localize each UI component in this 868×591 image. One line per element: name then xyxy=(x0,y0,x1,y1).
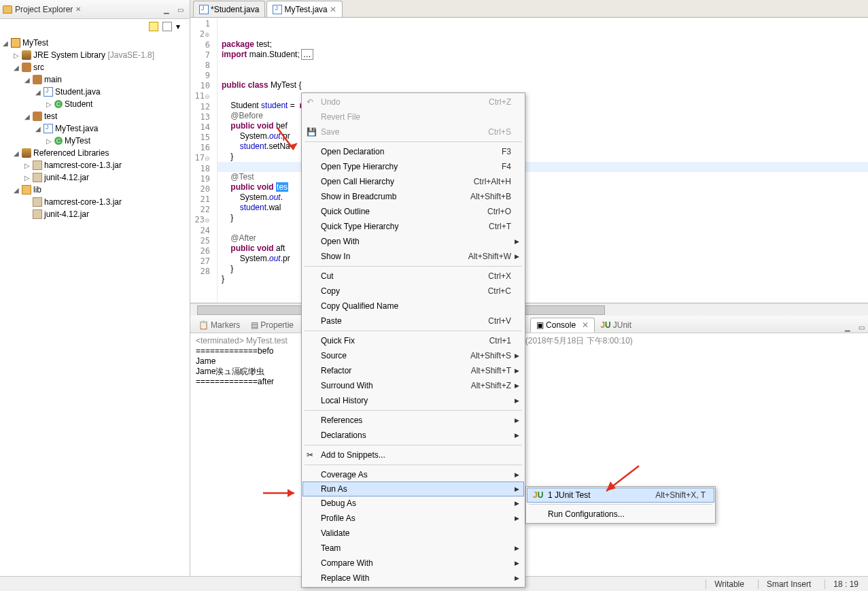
menu-open-declaration[interactable]: Open DeclarationF3 xyxy=(303,144,523,159)
project-explorer-view: Project Explorer ✕ ▁ ▭ ▾ ◢MyTest ▷JRE Sy… xyxy=(0,0,190,591)
submenu-junit-test[interactable]: JU 1 JUnit TestAlt+Shift+X, T xyxy=(527,488,714,503)
src-node[interactable]: ◢src xyxy=(0,61,190,73)
menu-replace-with[interactable]: Replace With▶ xyxy=(303,571,523,586)
view-header: Project Explorer ✕ ▁ ▭ xyxy=(0,0,190,19)
menu-open-type-hierarchy[interactable]: Open Type HierarchyF4 xyxy=(303,159,523,174)
menu-source[interactable]: SourceAlt+Shift+S▶ xyxy=(303,348,523,363)
editor-h-scroll[interactable] xyxy=(190,303,868,316)
lib-node[interactable]: ◢lib xyxy=(0,184,190,196)
status-writable: Writable xyxy=(706,579,744,589)
menu-revert[interactable]: Revert File xyxy=(303,109,523,124)
console-output[interactable]: <terminated> MyTest.teste (2018年5月18日 下午… xyxy=(190,333,868,591)
tab-markers[interactable]: 📋Markers xyxy=(193,318,245,333)
menu-refactor[interactable]: RefactorAlt+Shift+T▶ xyxy=(303,363,523,378)
minimize-icon[interactable]: ▁ xyxy=(842,322,853,333)
tab-junit[interactable]: JUJUnit xyxy=(595,318,637,333)
maximize-icon[interactable]: ▭ xyxy=(856,322,867,333)
bottom-tabstrip: 📋Markers ▤Propertie ▣Console ✕ JUJUnit ▁… xyxy=(190,316,868,333)
class-mytest[interactable]: ▷CMyTest xyxy=(0,135,190,147)
menu-declarations[interactable]: Declarations▶ xyxy=(303,428,523,443)
tab-student[interactable]: *Student.java xyxy=(193,1,265,17)
menu-copy-qualified[interactable]: Copy Qualified Name xyxy=(303,299,523,314)
line-gutter: 12⊕67891011⊖121314151617⊖181920212223⊖24… xyxy=(190,18,218,303)
close-icon[interactable]: ✕ xyxy=(330,5,336,14)
markers-icon: 📋 xyxy=(198,320,209,330)
close-icon[interactable]: ✕ xyxy=(582,320,589,330)
menu-team[interactable]: Team▶ xyxy=(303,541,523,556)
view-title: Project Explorer xyxy=(15,5,73,14)
file-student-java[interactable]: ◢Student.java xyxy=(0,86,190,98)
close-icon[interactable]: ✕ xyxy=(75,5,81,13)
junit-icon: JU xyxy=(600,320,610,330)
view-menu-icon[interactable]: ▾ xyxy=(176,22,186,31)
folder-icon xyxy=(3,5,12,14)
menu-profile-as[interactable]: Profile As▶ xyxy=(303,511,523,526)
save-icon: 💾 xyxy=(307,127,316,137)
menu-show-in[interactable]: Show InAlt+Shift+W▶ xyxy=(303,249,523,264)
menu-coverage-as[interactable]: Coverage As▶ xyxy=(303,467,523,482)
console-icon: ▣ xyxy=(536,320,544,330)
pkg-test[interactable]: ◢test xyxy=(0,110,190,122)
tab-properties[interactable]: ▤Propertie xyxy=(245,318,299,333)
project-tree[interactable]: ◢MyTest ▷JRE System Library [JavaSE-1.8]… xyxy=(0,34,190,579)
status-insert-mode: Smart Insert xyxy=(758,579,811,589)
jar-hamcrest[interactable]: ▷hamcrest-core-1.3.jar xyxy=(0,159,190,171)
libjar-junit[interactable]: junit-4.12.jar xyxy=(0,208,190,220)
editor-tabstrip: *Student.java MyTest.java ✕ xyxy=(190,0,868,18)
collapse-all-icon[interactable] xyxy=(149,22,158,31)
menu-local-history[interactable]: Local History▶ xyxy=(303,393,523,408)
view-toolbar: ▾ xyxy=(0,19,190,34)
menu-compare-with[interactable]: Compare With▶ xyxy=(303,556,523,571)
menu-show-breadcrumb[interactable]: Show in BreadcrumbAlt+Shift+B xyxy=(303,189,523,204)
jre-node[interactable]: ▷JRE System Library [JavaSE-1.8] xyxy=(0,49,190,61)
menu-open-call-hierarchy[interactable]: Open Call HierarchyCtrl+Alt+H xyxy=(303,174,523,189)
menu-paste[interactable]: PasteCtrl+V xyxy=(303,314,523,328)
tab-mytest[interactable]: MyTest.java ✕ xyxy=(266,1,343,17)
menu-undo[interactable]: ↶UndoCtrl+Z xyxy=(303,95,523,109)
submenu-run-configurations[interactable]: Run Configurations... xyxy=(527,507,714,522)
menu-quick-fix[interactable]: Quick FixCtrl+1 xyxy=(303,333,523,348)
menu-run-as[interactable]: Run As▶ xyxy=(302,482,524,496)
undo-icon: ↶ xyxy=(307,97,316,107)
libjar-hamcrest[interactable]: hamcrest-core-1.3.jar xyxy=(0,196,190,208)
code-editor[interactable]: 12⊕67891011⊖121314151617⊖181920212223⊖24… xyxy=(190,18,868,303)
context-menu: ↶UndoCtrl+Z Revert File 💾SaveCtrl+S Open… xyxy=(301,92,525,588)
run-as-submenu: JU 1 JUnit TestAlt+Shift+X, T Run Config… xyxy=(525,486,716,524)
junit-icon: JU xyxy=(533,490,543,500)
file-mytest-java[interactable]: ◢MyTest.java xyxy=(0,122,190,135)
menu-references[interactable]: References▶ xyxy=(303,413,523,428)
pkg-main[interactable]: ◢main xyxy=(0,73,190,86)
menu-add-snippets[interactable]: ✂Add to Snippets... xyxy=(303,448,523,462)
menu-open-with[interactable]: Open With▶ xyxy=(303,234,523,249)
menu-debug-as[interactable]: Debug As▶ xyxy=(303,496,523,511)
class-student[interactable]: ▷CStudent xyxy=(0,98,190,110)
status-cursor-pos: 18 : 19 xyxy=(824,579,858,589)
maximize-icon[interactable]: ▭ xyxy=(175,4,186,15)
menu-save[interactable]: 💾SaveCtrl+S xyxy=(303,124,523,139)
project-node[interactable]: ◢MyTest xyxy=(0,37,190,49)
minimize-icon[interactable]: ▁ xyxy=(161,4,172,15)
menu-quick-type-hierarchy[interactable]: Quick Type HierarchyCtrl+T xyxy=(303,219,523,234)
props-icon: ▤ xyxy=(251,320,258,330)
menu-quick-outline[interactable]: Quick OutlineCtrl+O xyxy=(303,204,523,219)
refs-node[interactable]: ◢Referenced Libraries xyxy=(0,147,190,159)
jar-junit[interactable]: ▷junit-4.12.jar xyxy=(0,171,190,184)
menu-surround-with[interactable]: Surround WithAlt+Shift+Z▶ xyxy=(303,378,523,393)
snippet-icon: ✂ xyxy=(307,450,316,460)
link-editor-icon[interactable] xyxy=(162,22,172,31)
menu-validate[interactable]: Validate xyxy=(303,526,523,541)
menu-cut[interactable]: CutCtrl+X xyxy=(303,269,523,284)
menu-copy[interactable]: CopyCtrl+C xyxy=(303,284,523,299)
tab-console[interactable]: ▣Console ✕ xyxy=(530,318,595,333)
